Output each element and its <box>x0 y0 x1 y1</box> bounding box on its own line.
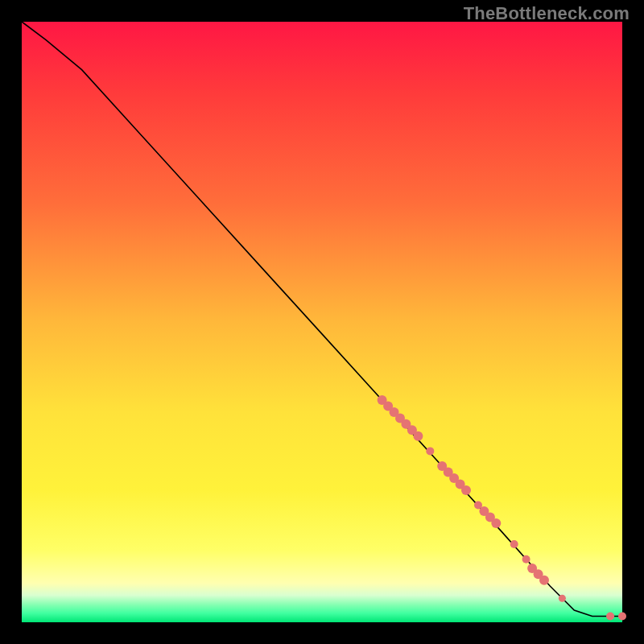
curve-marker <box>606 613 614 621</box>
chart-svg <box>0 0 644 644</box>
curve-marker <box>413 431 423 441</box>
curve-marker <box>539 576 549 585</box>
curve-marker <box>618 613 626 621</box>
curve-marker <box>426 447 434 455</box>
chart-stage: TheBottleneck.com <box>0 0 644 644</box>
plot-background <box>22 22 622 622</box>
curve-marker <box>510 540 518 548</box>
curve-marker <box>522 555 530 564</box>
curve-marker <box>491 518 501 528</box>
curve-marker <box>559 595 566 602</box>
curve-marker <box>461 485 471 495</box>
